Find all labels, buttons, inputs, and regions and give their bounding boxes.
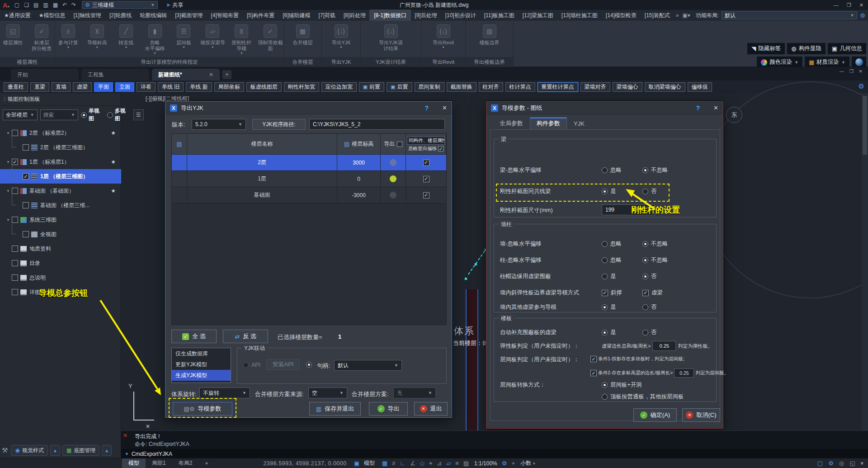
ribbon-button[interactable]: ▱ 墙按深梁导 ▾ [199,24,226,49]
quick-access-icon[interactable]: ▤ [33,2,38,8]
menu-tab[interactable]: [4]智能布置 [207,10,243,21]
ribbon-button[interactable]: ✓ 强制等效截面 ▾ [257,24,283,52]
toolbar-button[interactable]: ▣直墙 [52,82,71,92]
radio-top-normal[interactable]: 顶板按普通板，其他按层间板 [602,393,684,401]
table-icon[interactable]: ▤ [176,141,182,147]
tree-checkbox[interactable] [12,274,18,281]
radio-open-hole[interactable]: 层间板+开洞 [602,381,642,389]
compass-east-badge[interactable]: 东 [726,107,742,123]
tree-item[interactable]: ▼ 2层 （标准层2） ★ [0,126,121,140]
floor-row[interactable]: 基础面 -3000 [172,187,446,203]
row-checkbox[interactable] [423,176,429,182]
quick-access-icon[interactable]: ↷ [71,2,76,8]
ribbon-button[interactable]: (↓) 导出Revit ▾ [430,24,457,49]
status-toggle-icon[interactable]: ≡ [455,460,459,467]
star-icon[interactable]: ★ [111,130,116,136]
toolbar-button[interactable]: ▣截面替换 [447,82,476,92]
toolbar-button[interactable]: ▣虚梁 [73,82,92,92]
handle-radio[interactable] [306,362,312,368]
status-tool-icon[interactable]: ⚙ [828,460,834,467]
status-tool-icon[interactable]: ◱ [849,460,855,467]
radio-no[interactable]: 否 [642,188,657,195]
exit-button[interactable]: ✕退出 [414,402,448,416]
radio-no[interactable]: 否 [642,329,657,336]
quick-access-icon[interactable]: ↶ [62,2,67,8]
col-floor-elev[interactable]: ▤楼层标高 [337,134,381,154]
document-tab[interactable]: 新建图纸*✕ [152,69,220,80]
tree-item[interactable]: ▼ 全视图 ★ [0,227,121,241]
layout-combo[interactable]: 默认▼ [722,11,857,19]
radio-no[interactable]: 否 [642,273,657,280]
tree-item[interactable]: ▼ 基础面 （楼层三维... ★ [0,198,121,213]
tree-expander-icon[interactable]: ▼ [6,131,11,135]
tree-checkbox[interactable] [23,173,29,180]
menu-tab[interactable]: [13]墙柱施工图 [557,10,602,21]
api-radio[interactable]: API [243,362,260,368]
version-combo[interactable]: 5.2.0▼ [192,119,246,130]
radio-ignore[interactable]: 忽略 [602,240,622,248]
tools-icon[interactable]: ⚒ [2,446,8,454]
layout-tab[interactable]: 局部1 [146,459,172,468]
model-space-icon[interactable]: ▣ [354,460,359,467]
layout-tab[interactable]: 布局2 [172,459,199,468]
color-render-button[interactable]: 颜色渲染▼ [756,56,803,68]
toolbar-button[interactable]: ▣平面 [94,82,113,92]
handle-combo[interactable]: 默认▼ [334,360,402,371]
param-tab[interactable]: YJK [567,117,591,130]
checkbox-icon[interactable] [438,146,443,151]
condition2-check[interactable]: 条件2-存在多标高梁的边长/板周长> 0.25 判定为层间板。 [590,369,729,378]
radio-ignore[interactable]: 忽略 [602,256,622,264]
quick-access-icon[interactable]: ▦ [53,2,58,8]
export-button[interactable]: ✓导出 [369,402,408,416]
invert-select-button[interactable]: ⇄反 选 [223,330,268,343]
toolbar-button[interactable]: ▣详看 [137,82,156,92]
tree-expander-icon[interactable]: ▼ [6,218,11,222]
toolbar-gear-icon[interactable]: ⚙ [859,82,864,90]
material-render-button[interactable]: ▦材质渲染▼ [804,56,850,68]
document-tab[interactable]: 工程集 [81,69,149,80]
annotation-scale-value[interactable]: 1:1/100% [474,460,497,467]
render-sphere-button[interactable] [851,56,867,68]
collapse-up-button2[interactable]: ▲ [102,445,112,456]
model-space-label[interactable]: 模型 [364,459,375,467]
menu-tab[interactable]: [14]模型检查 [602,10,641,21]
radio-yes[interactable]: 是 [602,188,616,195]
export-status-dot[interactable] [390,175,396,182]
param-tab[interactable]: 全局参数 [493,117,530,130]
ok-button[interactable]: ✓确定(A) [633,408,677,422]
ribbon-button[interactable]: ▮ 忽略 水平偏移 ▾ [142,24,168,55]
close-command-icon[interactable]: ✕ [123,432,127,439]
tree-checkbox[interactable] [12,159,18,165]
toolbar-button[interactable]: ▣垂直柱 [4,82,28,92]
mode-item[interactable]: 生成YJK模型 [172,370,231,381]
status-toggle-icon[interactable]: ◇ [420,460,425,467]
param-tab[interactable]: 构件参数 [530,117,567,130]
menu-tab[interactable]: [12]梁施工图 [519,10,557,21]
radio-yes[interactable]: 是 [602,273,616,280]
condition1-check[interactable]: 条件1-投影存在多块板时，判定为层间板; [590,356,684,362]
viewport-window-icon[interactable]: ✕ [859,69,863,74]
unit-format-label[interactable]: 小数 [520,459,531,467]
status-toggle-icon[interactable]: ▱ [446,460,451,467]
status-toggle-icon[interactable]: ∠ [410,460,415,467]
single-view-radio[interactable]: 单视图 [81,107,104,123]
menu-tab[interactable]: [11]板施工图 [480,10,519,21]
tree-item[interactable]: ▼ 系统三维图 ★ [0,213,121,227]
visual-style-button[interactable]: ◉视觉样式 [11,445,47,456]
ribbon-button[interactable]: ⊻ 按刚性杆 导模 ▾ [228,24,255,55]
tree-item[interactable]: ▼ 目录 ★ [0,256,121,270]
menu-tab[interactable]: [6]辅助建模 [278,10,314,21]
rotate-combo[interactable]: 不旋转▼ [199,388,250,398]
toolbar-button[interactable]: ▣板虚线图层 [246,82,282,92]
export-status-dot[interactable] [390,192,396,199]
panel-header[interactable]: ⁞⁞视图控制面板 [0,93,121,106]
menu-tab[interactable]: ★通用设置 [0,10,35,21]
toolbar-button[interactable]: ▣直梁 [30,82,49,92]
col-floor-name[interactable]: 楼层名称 [187,134,337,154]
menu-tab[interactable]: [10]初步设计 [441,10,480,21]
menu-tab[interactable]: [8]前处理 [340,10,370,21]
close-icon[interactable]: ✕ [713,104,718,111]
status-toggle-icon[interactable]: ▨ [463,460,469,467]
tree-item[interactable]: ▼ 基础面 （基础面） ★ [0,184,121,198]
radio-yes[interactable]: 是 [602,303,616,311]
